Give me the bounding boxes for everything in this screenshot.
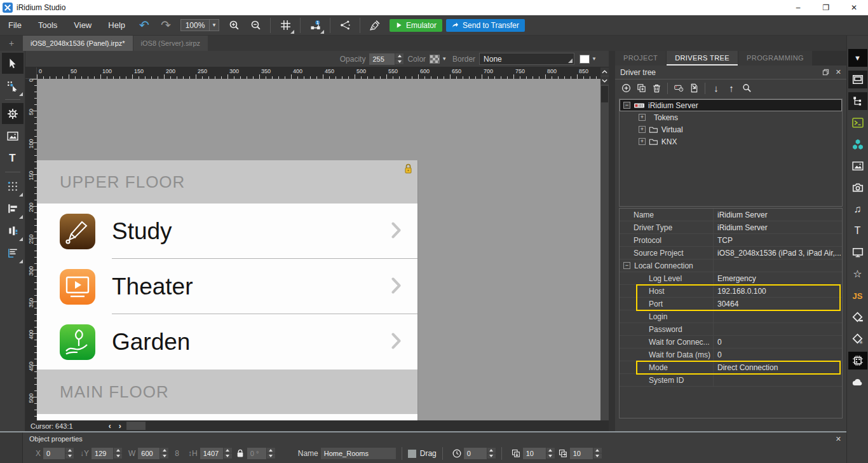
displays-icon[interactable] <box>848 244 867 261</box>
opacity-input-stepper[interactable] <box>395 53 403 65</box>
project-tree-icon[interactable] <box>848 92 867 110</box>
expander-icon[interactable]: + <box>639 114 646 121</box>
floor-header[interactable]: MAIN FLOOR <box>37 370 417 414</box>
expander-icon[interactable]: − <box>623 102 630 109</box>
prop-value[interactable] <box>714 374 842 386</box>
sounds-icon[interactable]: ♫ <box>848 200 867 218</box>
gallery-minus-icon[interactable] <box>848 308 867 326</box>
prop-value[interactable] <box>714 310 842 322</box>
prop-value[interactable]: 0 <box>714 349 842 361</box>
tree-node-knx[interactable]: +KNX <box>620 135 842 148</box>
delete-driver-icon[interactable] <box>649 81 663 95</box>
copy-vertical-input-value[interactable]: 10 <box>523 448 546 459</box>
room-list-item[interactable]: Theater <box>37 259 417 314</box>
prop-row-mode[interactable]: ModeDirect Connection <box>620 361 842 374</box>
copy-vertical-input[interactable]: 10 <box>523 448 555 459</box>
document-tab-0[interactable]: iOS8_2048x1536 (Panel).irpz* <box>23 36 133 51</box>
timer-input-stepper[interactable] <box>487 448 496 459</box>
prop-row-password[interactable]: Password <box>620 323 842 336</box>
x-input-stepper[interactable] <box>65 448 74 459</box>
zoom-out-icon[interactable] <box>246 17 265 34</box>
prop-row-name[interactable]: NameiRidium Server <box>620 209 842 221</box>
x-input[interactable]: 0 <box>43 448 74 459</box>
opacity-input-value[interactable]: 255 <box>369 53 395 65</box>
relations-icon[interactable] <box>336 17 355 34</box>
move-up-icon[interactable]: ↑ <box>724 81 738 95</box>
image-tool-icon[interactable] <box>2 125 24 146</box>
opacity-input[interactable]: 255 <box>369 53 403 65</box>
w-input-stepper[interactable] <box>160 448 168 459</box>
settings-tool-icon[interactable] <box>2 103 24 124</box>
chip-icon[interactable] <box>848 352 867 370</box>
script-editor-icon[interactable] <box>848 114 867 132</box>
prop-value[interactable] <box>714 259 842 272</box>
favorites-icon[interactable]: ☆ <box>848 265 867 283</box>
prop-value[interactable]: iRidium Server <box>714 209 842 221</box>
document-tab-1[interactable]: iOS8 (Server).sirpz <box>133 36 208 51</box>
timer-input-value[interactable]: 0 <box>464 448 487 459</box>
prop-value[interactable]: TCP <box>714 234 842 246</box>
tree-node-iridium-server[interactable]: −iRidium Server <box>620 99 842 111</box>
design-canvas[interactable]: UPPER FLOORStudyTheaterGardenMAIN FLOOR <box>37 79 600 420</box>
cleanup-icon[interactable] <box>365 17 384 34</box>
y-input-stepper[interactable] <box>114 448 122 459</box>
expander-icon[interactable]: + <box>639 138 646 145</box>
prop-value[interactable]: iOS8_2048x1536 (iPad 3, iPad Air,... <box>714 247 842 259</box>
object-name-input[interactable]: Home_Rooms <box>321 448 396 459</box>
prop-row-driver-type[interactable]: Driver TypeiRidium Server <box>620 221 842 234</box>
send-to-transfer-button[interactable]: Send to Transfer <box>446 19 525 32</box>
expander-icon[interactable]: + <box>639 126 646 133</box>
arrange-tool-icon[interactable] <box>2 242 24 263</box>
scroll-up-icon[interactable] <box>600 67 609 76</box>
w-input-value[interactable]: 600 <box>138 448 159 459</box>
zoom-level-select[interactable]: 100%▼ <box>180 19 219 31</box>
scan-network-icon[interactable] <box>672 81 686 95</box>
y-input-value[interactable]: 129 <box>92 448 113 459</box>
next-page-button[interactable]: › <box>115 422 125 431</box>
border-select[interactable]: None <box>479 53 574 65</box>
tree-node-tokens[interactable]: +Tokens <box>620 111 842 123</box>
copy-vertical-input-stepper[interactable] <box>546 448 555 459</box>
x-input-value[interactable]: 0 <box>43 448 65 459</box>
prop-value[interactable]: Emergency <box>714 272 842 284</box>
prop-value[interactable]: 30464 <box>714 298 842 310</box>
fonts-icon[interactable]: T <box>848 222 867 240</box>
prop-row-log-level[interactable]: Log LevelEmergency <box>620 272 842 285</box>
canvas-vertical-scrollbar[interactable] <box>600 67 609 420</box>
expander-icon[interactable]: − <box>623 262 630 269</box>
prop-value[interactable]: 0 <box>714 336 842 348</box>
copy-horizontal-input[interactable]: 10 <box>570 448 602 459</box>
import-driver-icon[interactable] <box>687 81 701 95</box>
tree-node-virtual[interactable]: +Virtual <box>620 123 842 135</box>
prop-value[interactable]: 192.168.0.100 <box>714 285 842 297</box>
tab-project[interactable]: PROJECT <box>615 51 666 66</box>
duplicate-driver-icon[interactable] <box>634 81 648 95</box>
scroll-down-icon[interactable] <box>600 76 609 85</box>
prop-value[interactable]: iRidium Server <box>714 221 842 233</box>
angle-input-value[interactable]: 0 ° <box>247 448 266 459</box>
room-list-item[interactable]: Garden <box>37 314 417 370</box>
cloud-icon[interactable] <box>848 373 867 391</box>
tab-drivers-tree[interactable]: DRIVERS TREE <box>667 51 738 66</box>
undo-icon[interactable]: ↶ <box>135 17 154 34</box>
close-panel-icon[interactable]: ✕ <box>836 68 841 76</box>
multiselect-tool-icon[interactable] <box>2 75 24 96</box>
close-button[interactable]: ✕ <box>840 0 868 15</box>
anchor-points-icon[interactable]: 1 <box>306 17 325 34</box>
h-input-stepper[interactable] <box>224 448 232 459</box>
emulator-button[interactable]: Emulator <box>390 19 442 32</box>
collapse-panel-icon[interactable]: ▼ <box>848 49 867 67</box>
gallery-window-icon[interactable] <box>848 71 867 88</box>
search-icon[interactable] <box>740 81 754 95</box>
float-panel-icon[interactable] <box>822 67 829 78</box>
redo-icon[interactable]: ↷ <box>156 17 175 34</box>
camera-icon[interactable] <box>848 179 867 197</box>
room-list-item[interactable]: Study <box>37 204 417 259</box>
zoom-in-icon[interactable] <box>224 17 243 34</box>
scrollbar-thumb[interactable] <box>601 86 608 102</box>
prop-row-port[interactable]: Port30464 <box>620 298 842 310</box>
grid-items-tool-icon[interactable] <box>2 176 24 197</box>
new-tab-button[interactable]: + <box>0 36 23 51</box>
prop-row-system-id[interactable]: System ID <box>620 374 842 387</box>
y-input[interactable]: 129 <box>92 448 122 459</box>
